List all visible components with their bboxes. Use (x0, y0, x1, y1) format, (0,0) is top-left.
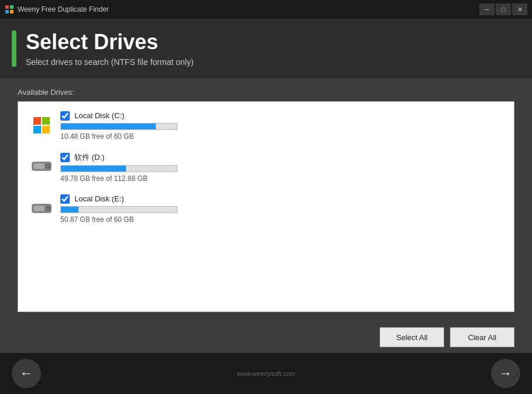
svg-point-15 (47, 207, 49, 209)
maximize-button[interactable]: □ (496, 4, 511, 15)
window-controls: ─ □ ✕ (479, 4, 527, 15)
forward-button[interactable]: → (491, 359, 520, 388)
close-button[interactable]: ✕ (512, 4, 527, 15)
drive-info: 软件 (D:) 49.78 GB free of 112.88 GB (60, 152, 178, 183)
green-accent-bar (12, 30, 16, 67)
hdd-drive-icon (31, 158, 52, 174)
svg-rect-5 (42, 117, 50, 125)
drive-progress-bar (60, 206, 178, 213)
drive-checkbox-0[interactable] (60, 111, 70, 121)
svg-rect-4 (33, 117, 41, 125)
windows-drive-icon (32, 116, 51, 135)
title-bar: Weeny Free Duplicate Finder ─ □ ✕ (0, 0, 532, 19)
body-area: Available Drives: Local Disk (C:) (0, 78, 532, 321)
header-text: Select Drives Select drives to search (N… (26, 30, 193, 67)
svg-rect-6 (33, 126, 41, 133)
clear-all-button[interactable]: Clear All (450, 327, 514, 347)
drive-icon-container (30, 114, 53, 137)
bottom-bar: ← www.weenysoft.com → (0, 353, 532, 394)
drive-progress-fill (61, 124, 156, 129)
drive-progress-bar (60, 165, 178, 172)
app-icon (5, 5, 14, 14)
drive-free-label: 49.78 GB free of 112.88 GB (60, 174, 178, 183)
drive-name-label: Local Disk (C:) (74, 111, 124, 120)
select-all-button[interactable]: Select All (380, 327, 444, 347)
buttons-row: Select All Clear All (0, 321, 532, 353)
drive-progress-fill (61, 166, 126, 172)
drive-free-label: 50.87 GB free of 60 GB (60, 215, 178, 224)
drive-item: 软件 (D:) 49.78 GB free of 112.88 GB (30, 152, 502, 183)
svg-rect-2 (5, 10, 9, 13)
window-title: Weeny Free Duplicate Finder (18, 5, 479, 13)
svg-rect-3 (10, 10, 13, 13)
forward-icon: → (499, 366, 512, 381)
drive-name-label: 软件 (D:) (74, 152, 104, 163)
header-area: Select Drives Select drives to search (N… (0, 19, 532, 78)
minimize-button[interactable]: ─ (479, 4, 495, 15)
svg-rect-7 (42, 126, 50, 133)
drive-checkbox-2[interactable] (60, 194, 70, 204)
back-button[interactable]: ← (12, 359, 41, 388)
drive-progress-fill (61, 207, 79, 213)
drive-icon-container (30, 197, 53, 220)
drive-name-row: Local Disk (C:) (60, 111, 178, 121)
svg-rect-13 (34, 205, 45, 211)
drive-name-row: Local Disk (E:) (60, 194, 178, 204)
watermark: www.weenysoft.com (237, 370, 295, 377)
drive-free-label: 10.48 GB free of 60 GB (60, 132, 178, 141)
available-drives-label: Available Drives: (18, 88, 514, 97)
drive-info: Local Disk (E:) 50.87 GB free of 60 GB (60, 194, 178, 224)
drives-panel: Local Disk (C:) 10.48 GB free of 60 GB (18, 101, 514, 312)
svg-point-11 (47, 165, 49, 167)
back-icon: ← (20, 366, 33, 381)
drive-progress-bar (60, 123, 178, 130)
drive-info: Local Disk (C:) 10.48 GB free of 60 GB (60, 111, 178, 141)
drive-icon-container (30, 155, 53, 178)
drive-item: Local Disk (C:) 10.48 GB free of 60 GB (30, 111, 502, 141)
page-title: Select Drives (26, 30, 193, 54)
drive-checkbox-1[interactable] (60, 153, 70, 162)
drive-item: Local Disk (E:) 50.87 GB free of 60 GB (30, 194, 502, 224)
svg-rect-0 (5, 5, 9, 9)
svg-rect-9 (34, 163, 45, 169)
hdd-drive-icon (31, 200, 52, 217)
drive-name-label: Local Disk (E:) (74, 194, 124, 203)
main-content: Select Drives Select drives to search (N… (0, 19, 532, 353)
page-subtitle: Select drives to search (NTFS file forma… (26, 57, 193, 67)
svg-rect-1 (10, 5, 13, 9)
drive-name-row: 软件 (D:) (60, 152, 178, 163)
